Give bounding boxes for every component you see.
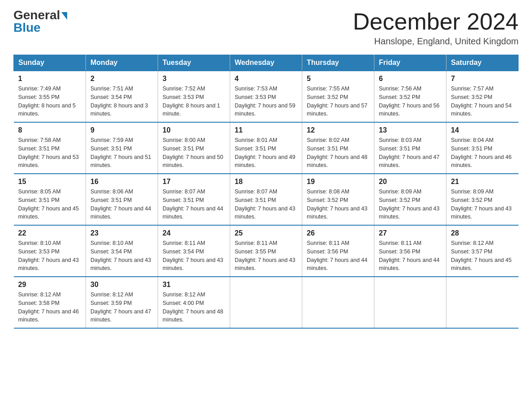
logo: General Blue [13, 9, 67, 35]
day-info: Sunrise: 8:12 AMSunset: 3:59 PMDaylight:… [90, 291, 151, 323]
calendar-cell: 4 Sunrise: 7:53 AMSunset: 3:53 PMDayligh… [230, 71, 302, 122]
day-info: Sunrise: 8:02 AMSunset: 3:51 PMDaylight:… [307, 137, 368, 168]
calendar-cell: 27 Sunrise: 8:11 AMSunset: 3:56 PMDaylig… [374, 225, 446, 277]
day-info: Sunrise: 8:04 AMSunset: 3:51 PMDaylight:… [451, 137, 512, 168]
calendar-week-row: 15 Sunrise: 8:05 AMSunset: 3:51 PMDaylig… [14, 174, 519, 225]
day-info: Sunrise: 8:07 AMSunset: 3:51 PMDaylight:… [163, 188, 223, 220]
calendar-cell: 22 Sunrise: 8:10 AMSunset: 3:53 PMDaylig… [14, 225, 86, 277]
day-info: Sunrise: 8:09 AMSunset: 3:52 PMDaylight:… [451, 188, 512, 220]
calendar-cell: 3 Sunrise: 7:52 AMSunset: 3:53 PMDayligh… [158, 71, 230, 122]
calendar-cell: 30 Sunrise: 8:12 AMSunset: 3:59 PMDaylig… [86, 277, 158, 328]
day-header-wednesday: Wednesday [230, 55, 302, 71]
day-number: 14 [451, 126, 514, 134]
calendar-cell: 8 Sunrise: 7:58 AMSunset: 3:51 PMDayligh… [14, 122, 86, 174]
day-header-monday: Monday [86, 55, 158, 71]
day-info: Sunrise: 8:05 AMSunset: 3:51 PMDaylight:… [18, 188, 79, 220]
day-header-friday: Friday [374, 55, 446, 71]
calendar-week-row: 8 Sunrise: 7:58 AMSunset: 3:51 PMDayligh… [14, 122, 519, 174]
day-number: 15 [18, 178, 82, 186]
day-number: 5 [307, 75, 369, 83]
day-number: 18 [235, 178, 297, 186]
calendar-cell [302, 277, 374, 328]
day-number: 29 [18, 281, 82, 289]
day-number: 17 [163, 178, 225, 186]
day-number: 30 [90, 281, 153, 289]
day-info: Sunrise: 8:06 AMSunset: 3:51 PMDaylight:… [90, 188, 151, 220]
day-info: Sunrise: 8:00 AMSunset: 3:51 PMDaylight:… [163, 137, 223, 168]
day-number: 9 [90, 126, 153, 134]
day-info: Sunrise: 7:51 AMSunset: 3:54 PMDaylight:… [90, 86, 148, 117]
day-header-tuesday: Tuesday [158, 55, 230, 71]
day-info: Sunrise: 7:58 AMSunset: 3:51 PMDaylight:… [18, 137, 79, 168]
day-info: Sunrise: 7:52 AMSunset: 3:53 PMDaylight:… [163, 86, 220, 117]
day-info: Sunrise: 8:03 AMSunset: 3:51 PMDaylight:… [379, 137, 440, 168]
calendar-cell: 26 Sunrise: 8:11 AMSunset: 3:56 PMDaylig… [302, 225, 374, 277]
calendar-cell: 6 Sunrise: 7:56 AMSunset: 3:52 PMDayligh… [374, 71, 446, 122]
day-number: 19 [307, 178, 369, 186]
calendar-cell: 31 Sunrise: 8:12 AMSunset: 4:00 PMDaylig… [158, 277, 230, 328]
calendar-cell: 19 Sunrise: 8:08 AMSunset: 3:52 PMDaylig… [302, 174, 374, 225]
calendar-cell: 11 Sunrise: 8:01 AMSunset: 3:51 PMDaylig… [230, 122, 302, 174]
day-number: 12 [307, 126, 369, 134]
day-info: Sunrise: 7:59 AMSunset: 3:51 PMDaylight:… [90, 137, 151, 168]
day-info: Sunrise: 7:56 AMSunset: 3:52 PMDaylight:… [379, 86, 440, 117]
day-header-thursday: Thursday [302, 55, 374, 71]
day-number: 13 [379, 126, 442, 134]
calendar-cell: 5 Sunrise: 7:55 AMSunset: 3:52 PMDayligh… [302, 71, 374, 122]
day-header-saturday: Saturday [446, 55, 519, 71]
day-number: 20 [379, 178, 442, 186]
day-info: Sunrise: 8:08 AMSunset: 3:52 PMDaylight:… [307, 188, 368, 220]
day-info: Sunrise: 8:11 AMSunset: 3:55 PMDaylight:… [235, 240, 296, 271]
calendar-cell: 2 Sunrise: 7:51 AMSunset: 3:54 PMDayligh… [86, 71, 158, 122]
day-number: 2 [90, 75, 153, 83]
day-info: Sunrise: 7:57 AMSunset: 3:52 PMDaylight:… [451, 86, 512, 117]
day-number: 21 [451, 178, 514, 186]
calendar-cell [446, 277, 519, 328]
day-info: Sunrise: 8:09 AMSunset: 3:52 PMDaylight:… [379, 188, 440, 220]
day-header-sunday: Sunday [14, 55, 86, 71]
calendar-cell: 15 Sunrise: 8:05 AMSunset: 3:51 PMDaylig… [14, 174, 86, 225]
calendar-cell: 21 Sunrise: 8:09 AMSunset: 3:52 PMDaylig… [446, 174, 519, 225]
day-number: 7 [451, 75, 514, 83]
day-number: 1 [18, 75, 82, 83]
location: Hanslope, England, United Kingdom [353, 36, 519, 47]
calendar-cell: 1 Sunrise: 7:49 AMSunset: 3:55 PMDayligh… [14, 71, 86, 122]
calendar-cell: 7 Sunrise: 7:57 AMSunset: 3:52 PMDayligh… [446, 71, 519, 122]
day-info: Sunrise: 7:49 AMSunset: 3:55 PMDaylight:… [18, 86, 76, 117]
logo-line2: Blue [13, 21, 41, 35]
calendar-cell: 24 Sunrise: 8:11 AMSunset: 3:54 PMDaylig… [158, 225, 230, 277]
calendar-cell: 17 Sunrise: 8:07 AMSunset: 3:51 PMDaylig… [158, 174, 230, 225]
calendar-cell [374, 277, 446, 328]
day-number: 3 [163, 75, 225, 83]
calendar-cell: 12 Sunrise: 8:02 AMSunset: 3:51 PMDaylig… [302, 122, 374, 174]
day-number: 22 [18, 229, 82, 237]
calendar-table: SundayMondayTuesdayWednesdayThursdayFrid… [13, 55, 519, 329]
day-number: 11 [235, 126, 297, 134]
day-number: 16 [90, 178, 153, 186]
calendar-cell: 10 Sunrise: 8:00 AMSunset: 3:51 PMDaylig… [158, 122, 230, 174]
calendar-cell: 9 Sunrise: 7:59 AMSunset: 3:51 PMDayligh… [86, 122, 158, 174]
day-info: Sunrise: 8:10 AMSunset: 3:53 PMDaylight:… [18, 240, 79, 271]
day-info: Sunrise: 8:12 AMSunset: 3:58 PMDaylight:… [18, 291, 79, 323]
day-number: 4 [235, 75, 297, 83]
calendar-cell: 25 Sunrise: 8:11 AMSunset: 3:55 PMDaylig… [230, 225, 302, 277]
days-header-row: SundayMondayTuesdayWednesdayThursdayFrid… [14, 55, 519, 71]
day-number: 23 [90, 229, 153, 237]
calendar-week-row: 22 Sunrise: 8:10 AMSunset: 3:53 PMDaylig… [14, 225, 519, 277]
day-info: Sunrise: 7:53 AMSunset: 3:53 PMDaylight:… [235, 86, 296, 117]
calendar-cell: 23 Sunrise: 8:10 AMSunset: 3:54 PMDaylig… [86, 225, 158, 277]
logo-text: General [13, 9, 67, 21]
day-number: 25 [235, 229, 297, 237]
day-number: 28 [451, 229, 514, 237]
calendar-cell: 29 Sunrise: 8:12 AMSunset: 3:58 PMDaylig… [14, 277, 86, 328]
day-info: Sunrise: 8:11 AMSunset: 3:56 PMDaylight:… [379, 240, 440, 271]
calendar-week-row: 1 Sunrise: 7:49 AMSunset: 3:55 PMDayligh… [14, 71, 519, 122]
day-info: Sunrise: 8:11 AMSunset: 3:54 PMDaylight:… [163, 240, 223, 271]
calendar-week-row: 29 Sunrise: 8:12 AMSunset: 3:58 PMDaylig… [14, 277, 519, 328]
day-info: Sunrise: 7:55 AMSunset: 3:52 PMDaylight:… [307, 86, 368, 117]
month-title: December 2024 [353, 9, 519, 34]
calendar-cell [230, 277, 302, 328]
day-number: 24 [163, 229, 225, 237]
day-info: Sunrise: 8:01 AMSunset: 3:51 PMDaylight:… [235, 137, 296, 168]
calendar-cell: 13 Sunrise: 8:03 AMSunset: 3:51 PMDaylig… [374, 122, 446, 174]
